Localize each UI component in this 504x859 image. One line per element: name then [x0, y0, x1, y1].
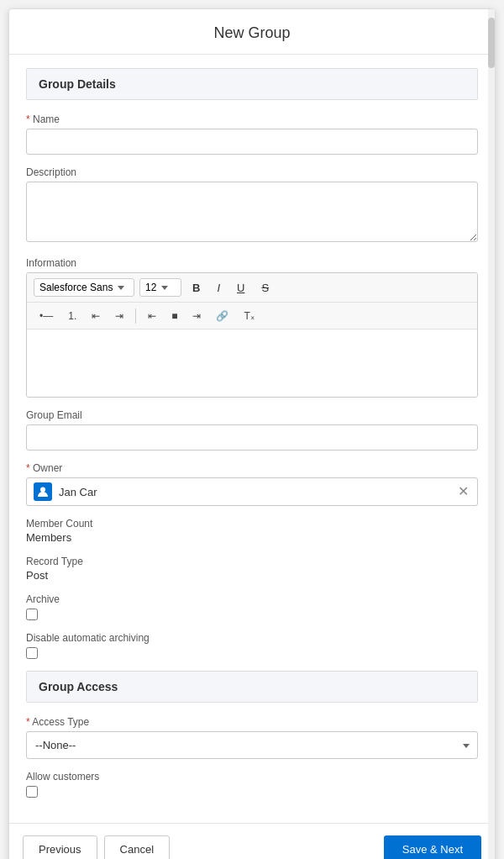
- rte-increase-indent-button[interactable]: ⇥: [109, 307, 129, 324]
- archive-checkbox-row: [26, 609, 478, 620]
- member-count-label: Member Count: [26, 518, 478, 530]
- rte-underline-button[interactable]: U: [231, 279, 250, 297]
- disable-archiving-checkbox-row: [26, 647, 478, 659]
- rte-toolbar-bottom: •— 1. ⇤ ⇥: [27, 303, 477, 329]
- description-label: Description: [26, 166, 478, 178]
- rte-decrease-indent-button[interactable]: ⇤: [86, 307, 106, 324]
- modal-footer: Previous Cancel Save & Next: [9, 823, 495, 859]
- member-count-value: Members: [26, 531, 478, 544]
- disable-archiving-group: Disable automatic archiving: [26, 632, 478, 659]
- description-input[interactable]: [26, 182, 478, 242]
- group-email-label: Group Email: [26, 409, 478, 421]
- modal-container: New Group Group Details Name Description…: [8, 8, 496, 859]
- group-email-field-group: Group Email: [26, 409, 478, 451]
- rte-content-area[interactable]: [27, 329, 477, 397]
- owner-label: Owner: [26, 462, 478, 474]
- allow-customers-label: Allow customers: [26, 771, 478, 783]
- record-type-value: Post: [26, 569, 478, 582]
- rte-italic-button[interactable]: I: [211, 279, 226, 297]
- owner-clear-button[interactable]: ✕: [456, 485, 470, 498]
- rte-link-button[interactable]: 🔗: [210, 307, 234, 324]
- access-type-select-wrapper: --None-- Public Private Unlisted: [26, 731, 478, 759]
- owner-field[interactable]: Jan Car ✕: [26, 477, 478, 506]
- rte-align-center-button[interactable]: ■: [165, 307, 183, 324]
- previous-button[interactable]: Previous: [23, 835, 97, 859]
- archive-group: Archive: [26, 593, 478, 620]
- size-select-chevron-icon: [161, 286, 168, 290]
- save-next-button[interactable]: Save & Next: [384, 835, 481, 859]
- rte-strikethrough-button[interactable]: S: [255, 279, 275, 297]
- archive-label: Archive: [26, 593, 478, 605]
- rte-bold-button[interactable]: B: [186, 279, 206, 297]
- description-field-group: Description: [26, 166, 478, 245]
- cancel-button[interactable]: Cancel: [104, 835, 170, 859]
- rte-align-right-button[interactable]: ⇥: [186, 307, 207, 324]
- person-icon: [37, 486, 49, 498]
- member-count-group: Member Count Members: [26, 518, 478, 544]
- archive-checkbox[interactable]: [26, 609, 38, 620]
- scrollbar-track[interactable]: [488, 9, 495, 859]
- disable-archiving-checkbox[interactable]: [26, 647, 38, 659]
- group-email-input[interactable]: [26, 424, 478, 451]
- name-label: Name: [26, 113, 478, 125]
- font-select-chevron-icon: [118, 286, 124, 290]
- name-field-group: Name: [26, 113, 478, 155]
- group-access-section-header: Group Access: [26, 671, 478, 703]
- rte-align-left-button[interactable]: ⇤: [142, 307, 162, 324]
- rte-toolbar-top: Salesforce Sans 12 B I U S: [27, 273, 477, 303]
- record-type-label: Record Type: [26, 556, 478, 567]
- scrollbar-thumb: [488, 18, 495, 68]
- allow-customers-checkbox-row: [26, 786, 478, 798]
- rte-size-select[interactable]: 12: [139, 278, 181, 297]
- modal-title: New Group: [213, 24, 290, 41]
- rte-font-select[interactable]: Salesforce Sans: [34, 278, 134, 297]
- rich-text-editor: Salesforce Sans 12 B I U S •: [26, 272, 478, 398]
- access-type-select[interactable]: --None-- Public Private Unlisted: [26, 731, 478, 759]
- name-input[interactable]: [26, 129, 478, 155]
- owner-avatar: [34, 482, 52, 501]
- rte-clear-format-button[interactable]: Tₓ: [238, 307, 260, 324]
- owner-field-group: Owner Jan Car ✕: [26, 462, 478, 506]
- rte-ordered-list-button[interactable]: 1.: [62, 307, 82, 324]
- allow-customers-checkbox[interactable]: [26, 786, 38, 798]
- record-type-group: Record Type Post: [26, 556, 478, 582]
- svg-point-0: [40, 487, 45, 493]
- rte-unordered-list-button[interactable]: •—: [34, 307, 59, 324]
- modal-body: Group Details Name Description Informati…: [9, 55, 495, 823]
- footer-left: Previous Cancel: [23, 835, 170, 859]
- information-label: Information: [26, 257, 478, 269]
- information-field-group: Information Salesforce Sans 12 B I U S: [26, 257, 478, 398]
- disable-archiving-label: Disable automatic archiving: [26, 632, 478, 644]
- access-type-label: Access Type: [26, 716, 478, 728]
- group-details-section-header: Group Details: [26, 68, 478, 100]
- owner-name: Jan Car: [59, 486, 449, 498]
- modal-header: New Group: [9, 9, 495, 55]
- access-type-group: Access Type --None-- Public Private Unli…: [26, 716, 478, 759]
- toolbar-divider: [135, 308, 136, 324]
- allow-customers-group: Allow customers: [26, 771, 478, 798]
